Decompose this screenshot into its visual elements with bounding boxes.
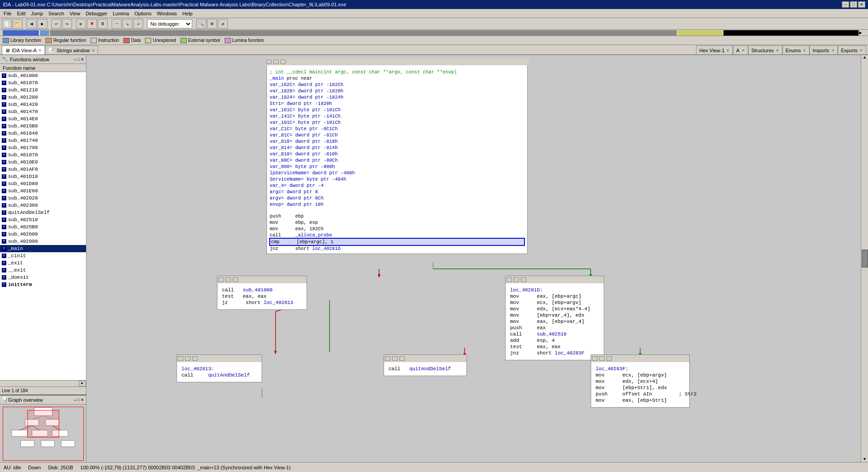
func-item-sub402600[interactable]: f sub_402600 [0, 231, 86, 238]
tab-hex-view[interactable]: Hex View-1 ✕ [696, 45, 733, 54]
tab-strings-window[interactable]: 📝 Strings window ✕ [45, 45, 98, 54]
func-item-sub401070[interactable]: f sub_401070 [0, 79, 86, 86]
panel-close-btn[interactable]: ✕ [81, 57, 84, 62]
func-item-sub402360[interactable]: f sub_402360 [0, 202, 86, 209]
tab-imports[interactable]: Imports ✕ [809, 45, 838, 54]
right-scrollbar[interactable]: ▲ ▼ [861, 55, 868, 462]
tb-pause[interactable]: ⏸ [98, 19, 108, 29]
tb-settings[interactable]: ⚙ [207, 19, 217, 29]
close-button[interactable]: ✕ [858, 1, 865, 8]
graph-area[interactable]: ; int __cdecl main(int argc, const char … [86, 55, 861, 462]
func-item-sub401740[interactable]: f sub_401740 [0, 137, 86, 144]
func-item-sub4014E0[interactable]: f sub_4014E0 [0, 115, 86, 123]
menu-lumina[interactable]: Lumina [110, 10, 131, 17]
graph-overview-min-btn[interactable]: ─ [73, 398, 76, 402]
tab-enums-close[interactable]: ✕ [803, 48, 806, 53]
tab-ida-view-a-close[interactable]: ✕ [38, 48, 42, 53]
func-list-scrollbar[interactable]: ▶ [0, 380, 86, 386]
tb-open[interactable]: 📂 [13, 19, 23, 29]
func-item-sub401420[interactable]: f sub_401420 [0, 101, 86, 108]
tab-exports-close[interactable]: ✕ [859, 48, 863, 53]
func-item-sub401210[interactable]: f sub_401210 [0, 86, 86, 94]
func-list[interactable]: f sub_401000 f sub_401070 f sub_401210 f… [0, 72, 86, 380]
graph-overview-close-btn[interactable]: ✕ [81, 398, 84, 402]
tb-step-over[interactable]: → [112, 19, 122, 29]
func-item-initterm[interactable]: f initterm [0, 281, 86, 288]
scrollbar-down-btn[interactable]: ▼ [863, 457, 866, 462]
func-item-sub402510[interactable]: f sub_402510 [0, 216, 86, 223]
func-item-sub4019E0[interactable]: f sub_4019E0 [0, 159, 86, 166]
func-label: sub_4025B0 [8, 224, 38, 230]
panel-restore-btn[interactable]: □ [77, 57, 80, 62]
func-item-sub402020[interactable]: f sub_402020 [0, 195, 86, 202]
debugger-select[interactable]: No debugger [147, 19, 192, 28]
tab-exports[interactable]: Exports ✕ [838, 45, 866, 54]
func-item-quitAndDelSelf[interactable]: f quitAndDelSelf [0, 209, 86, 216]
func-item-exit[interactable]: f _exit [0, 259, 86, 267]
menu-file[interactable]: File [1, 10, 14, 17]
func-item-sub4025B0[interactable]: f sub_4025B0 [0, 223, 86, 231]
menu-view[interactable]: View [67, 10, 83, 17]
tb-search[interactable]: 🔍 [196, 19, 206, 29]
func-item-exit2[interactable]: f __exit [0, 267, 86, 274]
func-item-doexit[interactable]: f _doexit [0, 274, 86, 281]
tb-undo[interactable]: ↩ [51, 19, 61, 29]
tab-structures[interactable]: Structures ✕ [748, 45, 782, 54]
func-item-sub401AF0[interactable]: f sub_401AF0 [0, 166, 86, 173]
func-item-sub401D80[interactable]: f sub_401D80 [0, 180, 86, 187]
graph-overview-restore-btn[interactable]: □ [77, 398, 80, 402]
tb-stop[interactable]: ■ [87, 19, 97, 29]
func-item-sub401E60[interactable]: f sub_401E60 [0, 187, 86, 195]
menu-edit[interactable]: Edit [14, 10, 28, 17]
tab-enums[interactable]: Enums ✕ [782, 45, 809, 54]
func-item-sub401000[interactable]: f sub_401000 [0, 72, 86, 79]
func-icon: f [2, 210, 6, 215]
func-item-sub4015B0[interactable]: f sub_4015B0 [0, 123, 86, 130]
func-item-sub401D10[interactable]: f sub_401D10 [0, 173, 86, 180]
tb-step-out[interactable]: ↗ [133, 19, 143, 29]
tab-strings-close[interactable]: ✕ [91, 48, 95, 53]
nav-scroll[interactable]: ▶ [859, 30, 866, 36]
tb-back[interactable]: ◀ [27, 19, 36, 29]
menu-debugger[interactable]: Debugger [83, 10, 110, 17]
menu-jump[interactable]: Jump [28, 10, 46, 17]
menu-options[interactable]: Options [132, 10, 154, 17]
tab-imports-close[interactable]: ✕ [831, 48, 835, 53]
legend-library: Library function [3, 38, 41, 43]
func-item-sub402900[interactable]: f sub_402900 [0, 238, 86, 245]
tb-refresh[interactable]: ↺ [218, 19, 228, 29]
func-item-sub401870[interactable]: f sub_401870 [0, 151, 86, 159]
tb-forward[interactable]: ▶ [37, 19, 47, 29]
scrollbar-thumb[interactable] [862, 250, 868, 268]
minimize-button[interactable]: ─ [842, 1, 849, 8]
func-item-cinit[interactable]: f _cinit [0, 252, 86, 259]
func-item-sub401280[interactable]: f sub_401280 [0, 94, 86, 101]
func-label: quitAndDelSelf [8, 210, 50, 215]
menu-windows[interactable]: Windows [154, 10, 180, 17]
tab-a[interactable]: A ✕ [733, 45, 748, 54]
menu-search[interactable]: Search [46, 10, 67, 17]
restore-button[interactable]: □ [850, 1, 857, 8]
menu-help[interactable]: Help [180, 10, 195, 17]
loc-40283F-block: loc_40283F: mov ecx, [ebp+argv] mov edx,… [591, 354, 690, 408]
func-item-sub401470[interactable]: f sub_401470 [0, 108, 86, 115]
svg-rect-3 [12, 430, 27, 436]
tb-redo[interactable]: ↪ [62, 19, 72, 29]
func-item-sub401640[interactable]: f sub_401640 [0, 130, 86, 137]
instr-cmp-selected[interactable]: cmp [ebp+argc], 1 [270, 238, 524, 245]
func-icon: f [2, 160, 6, 164]
panel-minimize-btn[interactable]: ─ [73, 57, 76, 62]
func-item-sub401790[interactable]: f sub_401790 [0, 144, 86, 151]
tab-hex-close[interactable]: ✕ [726, 48, 730, 53]
tb-run[interactable]: ▶ [76, 19, 86, 29]
func-line-count: Line 1 of 184 [2, 388, 28, 393]
tab-a-close[interactable]: ✕ [741, 48, 745, 53]
overview-canvas[interactable] [0, 404, 86, 462]
tb-step-into[interactable]: ↘ [122, 19, 132, 29]
scrollbar-right-arrow[interactable]: ▶ [79, 381, 86, 386]
tab-structures-close[interactable]: ✕ [776, 48, 779, 53]
scrollbar-up-btn[interactable]: ▲ [863, 55, 866, 60]
func-item-main[interactable]: f _main [0, 245, 86, 252]
tb-new[interactable]: 📄 [2, 19, 12, 29]
tab-ida-view-a[interactable]: 🖥 IDA View-A ✕ [2, 45, 45, 54]
